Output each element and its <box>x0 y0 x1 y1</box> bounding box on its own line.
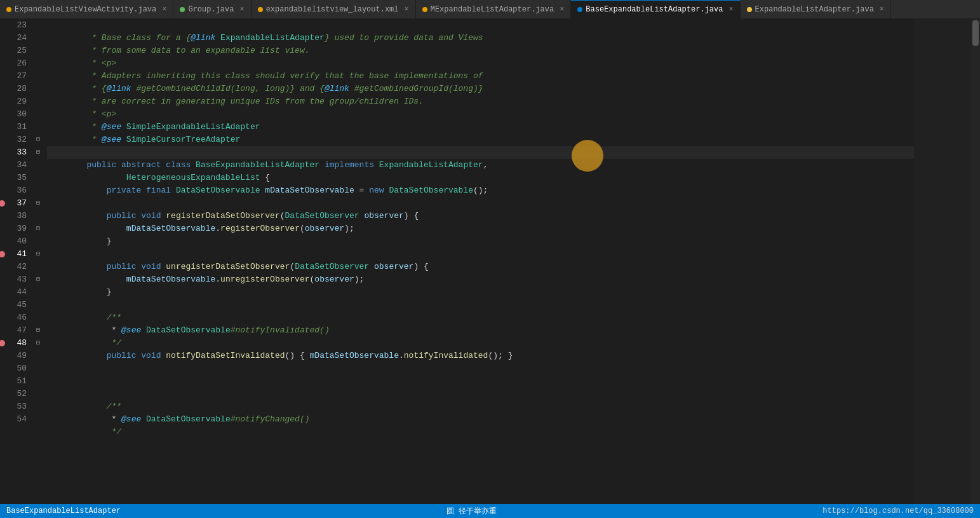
ln-46: 46 <box>3 311 27 324</box>
code-line-54: */ <box>47 413 914 426</box>
tab-close-3[interactable]: × <box>405 5 409 14</box>
ln-24: 24 <box>3 32 27 44</box>
fold-25[interactable] <box>32 44 44 57</box>
fold-37[interactable]: ⊟ <box>32 197 44 210</box>
ln-41: 41 <box>3 248 27 261</box>
code-line-42: mDataSetObservable.unregisterObserver(ob… <box>47 261 914 273</box>
tab-expandablelistadapter[interactable]: ExpandableListAdapter.java × <box>741 0 891 19</box>
tab-close-4[interactable]: × <box>560 5 564 14</box>
fold-42[interactable] <box>32 261 44 273</box>
fold-38[interactable] <box>32 210 44 222</box>
ln-28: 28 <box>3 83 27 95</box>
code-line-33: public abstract class BaseExpandableList… <box>47 146 914 159</box>
fold-35[interactable] <box>32 172 44 184</box>
fold-47[interactable]: ⊟ <box>32 324 44 337</box>
fold-28[interactable] <box>32 83 44 95</box>
fold-51[interactable] <box>32 375 44 388</box>
fold-24[interactable] <box>32 32 44 44</box>
fold-46[interactable] <box>32 311 44 324</box>
ln-27: 27 <box>3 70 27 83</box>
ln-42: 42 <box>3 261 27 273</box>
ln-36: 36 <box>3 184 27 197</box>
code-area[interactable]: * Base class for a {@link ExpandableList… <box>44 19 914 504</box>
editor-main: 23 24 25 26 27 28 29 30 31 32 33 34 35 3… <box>0 19 980 504</box>
code-line-51 <box>47 375 914 388</box>
fold-29[interactable] <box>32 95 44 108</box>
fold-36[interactable] <box>32 184 44 197</box>
minimap <box>914 19 971 504</box>
ln-45: 45 <box>3 299 27 311</box>
breakpoint-dot-41 <box>0 251 5 257</box>
scrollbar-thumb[interactable] <box>972 20 979 46</box>
scrollbar[interactable] <box>971 19 980 504</box>
code-line-38: mDataSetObservable.registerObserver(obse… <box>47 210 914 222</box>
fold-49[interactable] <box>32 350 44 362</box>
fold-30[interactable] <box>32 108 44 121</box>
tab-dot-4 <box>422 7 427 12</box>
fold-26[interactable] <box>32 57 44 70</box>
tab-dot-1 <box>6 7 11 12</box>
code-line-47: */ <box>47 324 914 337</box>
tab-label-5: BaseExpandableListAdapter.java <box>586 5 723 14</box>
ln-40: 40 <box>3 235 27 248</box>
tab-baseexpandablelistadapter[interactable]: BaseExpandableListAdapter.java × <box>571 0 740 19</box>
tab-dot-6 <box>747 7 752 12</box>
code-line-26: * Adapters inheriting this class should … <box>47 57 914 70</box>
fold-48[interactable]: ⊟ <box>32 337 44 350</box>
ln-37: 37 <box>3 197 27 210</box>
ln-29: 29 <box>3 95 27 108</box>
fold-54[interactable] <box>32 413 44 426</box>
ln-48: 48 <box>3 337 27 350</box>
code-line-50 <box>47 362 914 375</box>
ln-25: 25 <box>3 44 27 57</box>
fold-43[interactable]: ⊟ <box>32 273 44 286</box>
status-file-name: BaseExpandableListAdapter <box>6 507 121 515</box>
fold-45[interactable] <box>32 299 44 311</box>
editor-wrapper: ExpandableListViewActivity.java × Group.… <box>0 0 980 518</box>
fold-52[interactable] <box>32 388 44 400</box>
code-line-52: /** <box>47 388 914 400</box>
comment-54: */ <box>111 427 121 437</box>
ln-39: 39 <box>3 222 27 235</box>
ln-23: 23 <box>3 19 27 32</box>
tab-expandablelistviewactivity[interactable]: ExpandableListViewActivity.java × <box>0 0 173 19</box>
ln-51: 51 <box>3 375 27 388</box>
tab-close-5[interactable]: × <box>728 5 733 14</box>
fold-32[interactable]: ⊟ <box>32 133 44 146</box>
ln-38: 38 <box>3 210 27 222</box>
status-url: https://blog.csdn.net/qq_33608000 <box>822 507 974 515</box>
ln-54: 54 <box>3 413 27 426</box>
tab-dot-2 <box>180 7 185 12</box>
tab-mexpandablelistadapter[interactable]: MExpandableListAdapter.java × <box>416 0 572 19</box>
ln-49: 49 <box>3 350 27 362</box>
tab-close-1[interactable]: × <box>162 5 166 14</box>
tab-dot-5 <box>577 7 582 12</box>
fold-33[interactable]: ⊟ <box>32 146 44 159</box>
code-line-45: /** <box>47 299 914 311</box>
fold-23[interactable] <box>32 19 44 32</box>
fold-53[interactable] <box>32 400 44 413</box>
code-line-46: * @see DataSetObservable#notifyInvalidat… <box>47 311 914 324</box>
fold-44[interactable] <box>32 286 44 299</box>
fold-41[interactable]: ⊟ <box>32 248 44 261</box>
fold-40[interactable] <box>32 235 44 248</box>
fold-31[interactable] <box>32 121 44 133</box>
ln-31: 31 <box>3 121 27 133</box>
ln-47: 47 <box>3 324 27 337</box>
code-line-27: * {@link #getCombinedChildId(long, long)… <box>47 70 914 83</box>
fold-27[interactable] <box>32 70 44 83</box>
tab-label-2: Group.java <box>188 5 234 14</box>
tab-dot-3 <box>258 7 263 12</box>
code-line-53: * @see DataSetObservable#notifyChanged() <box>47 400 914 413</box>
tab-close-6[interactable]: × <box>880 5 884 14</box>
code-line-31: * @see SimpleCursorTreeAdapter <box>47 121 914 133</box>
fold-39[interactable]: ⊟ <box>32 222 44 235</box>
ln-52: 52 <box>3 388 27 400</box>
tab-expandablelistview-layout[interactable]: expandablelistview_layout.xml × <box>252 0 416 19</box>
tab-close-2[interactable]: × <box>239 5 244 14</box>
fold-50[interactable] <box>32 362 44 375</box>
ln-43: 43 <box>3 273 27 286</box>
tab-label-4: MExpandableListAdapter.java <box>431 5 554 14</box>
fold-34[interactable] <box>32 159 44 172</box>
tab-group[interactable]: Group.java × <box>173 0 251 19</box>
